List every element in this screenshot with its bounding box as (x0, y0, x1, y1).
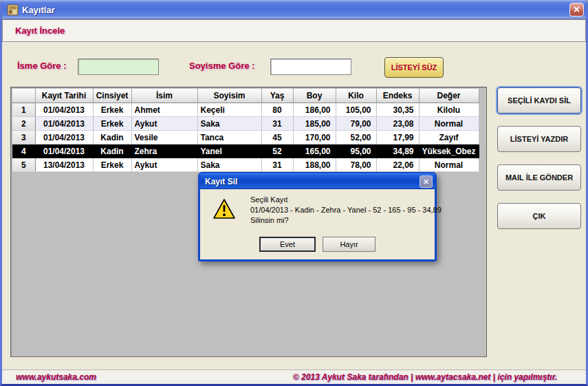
dialog-close-icon: ✕ (423, 178, 429, 186)
table-cell[interactable]: 22,06 (376, 158, 419, 172)
table-cell[interactable]: 170,00 (293, 131, 336, 144)
delete-selected-button[interactable]: SEÇİLİ KAYDI SİL (497, 87, 581, 114)
column-header[interactable]: Değer (419, 89, 479, 103)
dialog-message-line1: Seçili Kayıt (250, 195, 287, 204)
send-mail-button[interactable]: MAIL İLE GÖNDER (497, 164, 581, 191)
table-cell[interactable]: Kadin (93, 144, 131, 158)
table-cell[interactable]: 79,00 (336, 117, 376, 131)
title-bar: Kayıtlar ✕ (0, 0, 588, 19)
surname-filter-label: Soyisme Göre : (189, 61, 254, 71)
table-cell[interactable]: 13/04/2013 (35, 158, 93, 172)
table-cell[interactable]: 95,00 (336, 144, 376, 158)
table-cell[interactable]: Tanca (197, 131, 261, 144)
footer-left-text: www.aykutsaka.com (16, 372, 96, 382)
name-filter-input[interactable] (78, 58, 159, 75)
table-cell[interactable]: 80 (261, 103, 293, 117)
table-cell[interactable]: 23,08 (376, 117, 419, 131)
footer-bar: www.aykutsaka.com © 2013 Aykut Saka tara… (2, 369, 586, 384)
dialog-close-button[interactable]: ✕ (420, 175, 433, 188)
column-header[interactable]: Endeks (376, 89, 419, 103)
app-window: Kayıtlar ✕ Kayıt İncele İsme Göre : Soyi… (0, 0, 588, 386)
app-icon (7, 4, 19, 16)
dialog-message-line3: Silinsin mi? (250, 216, 289, 224)
table-cell[interactable]: 30,35 (376, 103, 419, 117)
table-cell[interactable]: 186,00 (293, 103, 336, 117)
table-cell[interactable]: Ahmet (131, 103, 197, 117)
table-cell[interactable]: Normal (419, 158, 479, 172)
table-cell[interactable]: 105,00 (336, 103, 376, 117)
table-cell[interactable]: Aykut (131, 158, 197, 172)
table-cell[interactable]: Aykut (131, 117, 197, 131)
dialog-title: Kayıt Sil (205, 177, 420, 186)
column-header[interactable]: Kayıt Tarihi (35, 89, 93, 103)
table-cell[interactable]: 01/04/2013 (35, 103, 93, 117)
warning-icon (213, 198, 236, 220)
table-cell[interactable]: Zehra (131, 144, 197, 158)
column-header[interactable]: Boy (293, 89, 336, 103)
table-cell[interactable]: Zayıf (419, 131, 479, 144)
dialog-button-row: Evet Hayır (200, 237, 435, 252)
table-cell[interactable]: 52,00 (336, 131, 376, 144)
table-cell[interactable]: Yüksek_Obez (419, 144, 479, 158)
row-number-cell[interactable]: 5 (12, 158, 35, 172)
table-row[interactable]: 301/04/2013KadinVesileTanca45170,0052,00… (12, 131, 479, 144)
column-header[interactable]: Soyisim (197, 89, 261, 103)
delete-confirm-dialog: Kayıt Sil ✕ Seçili Kayıt 01/04/2013 - Ka… (198, 172, 437, 261)
table-row[interactable]: 401/04/2013KadinZehraYanel52165,0095,003… (12, 144, 479, 158)
table-cell[interactable]: 17,99 (376, 131, 419, 144)
column-header[interactable]: Cinsiyet (93, 89, 131, 103)
records-table: Kayıt TarihiCinsiyetİsimSoyisimYaşBoyKil… (12, 89, 479, 172)
table-header-row: Kayıt TarihiCinsiyetİsimSoyisimYaşBoyKil… (12, 89, 479, 103)
menu-bar: Kayıt İncele (2, 19, 586, 42)
filter-list-button[interactable]: LİSTEYİ SÜZ (384, 57, 444, 78)
table-cell[interactable]: Kadin (93, 131, 131, 144)
dialog-content: Seçili Kayıt 01/04/2013 - Kadin - Zehra … (200, 189, 435, 259)
column-header[interactable]: Yaş (261, 89, 293, 103)
table-cell[interactable]: Kilolu (419, 103, 479, 117)
menu-item-kayit-incele[interactable]: Kayıt İncele (15, 25, 65, 36)
no-button[interactable]: Hayır (323, 237, 375, 252)
table-cell[interactable]: 52 (261, 144, 293, 158)
print-list-button[interactable]: LİSTEYİ YAZDIR (497, 126, 581, 152)
table-cell[interactable]: 01/04/2013 (35, 144, 93, 158)
row-number-cell[interactable]: 1 (12, 103, 35, 117)
table-cell[interactable]: 31 (261, 117, 293, 131)
table-row[interactable]: 201/04/2013ErkekAykutSaka31185,0079,0023… (12, 117, 479, 131)
table-cell[interactable]: 165,00 (293, 144, 336, 158)
dialog-message-line2: 01/04/2013 - Kadin - Zehra - Yanel - 52 … (250, 206, 442, 214)
yes-button[interactable]: Evet (259, 237, 316, 252)
row-number-cell[interactable]: 3 (12, 131, 35, 144)
close-button[interactable]: ✕ (569, 3, 584, 17)
table-cell[interactable]: Vesile (131, 131, 197, 144)
column-header[interactable]: Kilo (336, 89, 376, 103)
window-title: Kayıtlar (22, 5, 569, 15)
table-cell[interactable]: Normal (419, 117, 479, 131)
table-cell[interactable]: Yanel (197, 144, 261, 158)
table-cell[interactable]: Keçeli (197, 103, 261, 117)
table-cell[interactable]: 01/04/2013 (35, 117, 93, 131)
table-cell[interactable]: Saka (197, 117, 261, 131)
table-cell[interactable]: Erkek (93, 103, 131, 117)
table-cell[interactable]: 78,00 (336, 158, 376, 172)
surname-filter-input[interactable] (270, 58, 351, 75)
column-header[interactable]: İsim (131, 89, 197, 103)
table-row[interactable]: 513/04/2013ErkekAykutSaka31188,0078,0022… (12, 158, 479, 172)
row-number-cell[interactable]: 4 (12, 144, 35, 158)
table-cell[interactable]: Erkek (93, 158, 131, 172)
table-cell[interactable]: 34,89 (376, 144, 419, 158)
dialog-title-bar: Kayıt Sil ✕ (199, 173, 435, 189)
row-number-cell[interactable]: 2 (12, 117, 35, 131)
close-icon: ✕ (573, 5, 580, 14)
footer-right-text: © 2013 Aykut Saka tarafından | www.aytac… (293, 372, 557, 382)
table-corner-header[interactable] (12, 89, 35, 103)
table-cell[interactable]: 188,00 (293, 158, 336, 172)
table-cell[interactable]: 185,00 (293, 117, 336, 131)
table-cell[interactable]: 01/04/2013 (35, 131, 93, 144)
table-cell[interactable]: Erkek (93, 117, 131, 131)
table-row[interactable]: 101/04/2013ErkekAhmetKeçeli80186,00105,0… (12, 103, 479, 117)
exit-button[interactable]: ÇIK (497, 203, 581, 229)
name-filter-label: İsme Göre : (17, 61, 67, 71)
table-cell[interactable]: 45 (261, 131, 293, 144)
table-cell[interactable]: Saka (197, 158, 261, 172)
table-cell[interactable]: 31 (261, 158, 293, 172)
